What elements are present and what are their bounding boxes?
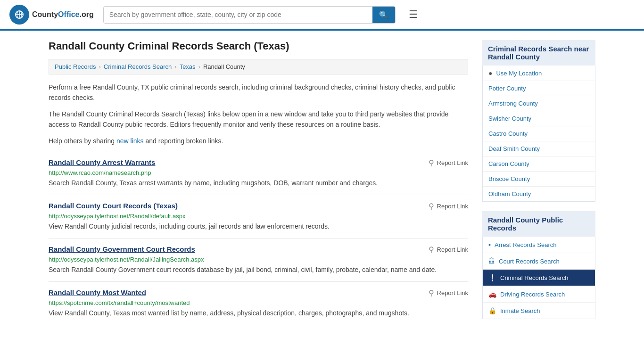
nearby-link-1[interactable]: Potter County [483, 81, 595, 96]
breadcrumb: Public Records › Criminal Records Search… [49, 59, 468, 74]
description-3: Help others by sharing new links and rep… [49, 136, 468, 146]
result-card-2: Randall County Government Court Records … [49, 238, 468, 281]
nearby-link-item-7: Briscoe County [483, 172, 595, 187]
result-title-3[interactable]: Randall County Most Wanted [49, 288, 146, 296]
nearby-links-list: ●Use My LocationPotter CountyArmstrong C… [482, 66, 595, 202]
result-url-2: http://odysseypa.tylerhost.net/Randall/J… [49, 256, 468, 263]
pub-record-item-1: 🏛Court Records Search [483, 253, 595, 270]
breadcrumb-public-records[interactable]: Public Records [55, 63, 96, 70]
search-input[interactable] [104, 7, 372, 22]
nearby-link-5[interactable]: Deaf Smith County [483, 141, 595, 156]
hamburger-menu-button[interactable]: ☰ [405, 7, 422, 23]
result-desc-1: View Randall County judicial records, in… [49, 222, 468, 231]
report-link-button-0[interactable]: ⚲ Report Link [429, 158, 468, 167]
report-link-button-3[interactable]: ⚲ Report Link [429, 288, 468, 297]
report-link-button-1[interactable]: ⚲ Report Link [429, 202, 468, 211]
result-url-1: http://odysseypa.tylerhost.net/Randall/d… [49, 213, 468, 220]
pub-record-link-4[interactable]: 🔒Inmate Search [483, 303, 595, 319]
nearby-section: Criminal Records Search near Randall Cou… [482, 40, 595, 202]
report-label-2: Report Link [437, 246, 468, 253]
description-1: Perform a free Randall County, TX public… [49, 82, 468, 103]
nearby-link-item-8: Oldham County [483, 187, 595, 201]
rec-icon-3: 🚗 [488, 290, 496, 298]
nearby-link-item-2: Armstrong County [483, 96, 595, 111]
report-label-1: Report Link [437, 203, 468, 210]
result-title-1[interactable]: Randall County Court Records (Texas) [49, 202, 178, 210]
breadcrumb-sep-3: › [198, 63, 200, 70]
nearby-link-8[interactable]: Oldham County [483, 187, 595, 201]
pub-record-item-4: 🔒Inmate Search [483, 303, 595, 319]
breadcrumb-criminal-records-search[interactable]: Criminal Records Search [104, 63, 172, 70]
breadcrumb-sep-1: › [99, 63, 100, 70]
report-label-0: Report Link [437, 159, 468, 166]
result-title-0[interactable]: Randall County Arrest Warrants [49, 158, 155, 166]
rec-icon-4: 🔒 [488, 307, 496, 314]
result-desc-3: View Randall County, Texas most wanted l… [49, 308, 468, 318]
nearby-link-item-1: Potter County [483, 81, 595, 96]
public-records-section: Randall County Public Records ▪Arrest Re… [482, 211, 595, 319]
result-desc-0: Search Randall County, Texas arrest warr… [49, 178, 468, 188]
pub-record-link-3[interactable]: 🚗Driving Records Search [483, 286, 595, 302]
logo-icon [9, 5, 29, 25]
result-url-0: http://www.rcao.com/namesearch.php [49, 169, 468, 176]
location-icon: ● [488, 69, 492, 77]
nearby-link-item-6: Carson County [483, 156, 595, 172]
nearby-link-6[interactable]: Carson County [483, 156, 595, 171]
search-bar: 🔍 [103, 6, 396, 24]
result-card-1: Randall County Court Records (Texas) ⚲ R… [49, 195, 468, 238]
content-area: Randall County Criminal Records Search (… [49, 40, 468, 329]
nearby-link-3[interactable]: Swisher County [483, 111, 595, 126]
pub-record-item-3: 🚗Driving Records Search [483, 286, 595, 303]
sidebar: Criminal Records Search near Randall Cou… [482, 40, 595, 329]
breadcrumb-texas[interactable]: Texas [180, 63, 196, 70]
rec-icon-0: ▪ [488, 241, 491, 248]
pub-record-link-1[interactable]: 🏛Court Records Search [483, 253, 595, 269]
nearby-link-item-3: Swisher County [483, 111, 595, 126]
site-header: CountyOffice.org 🔍 ☰ [0, 0, 644, 31]
results-list: Randall County Arrest Warrants ⚲ Report … [49, 152, 468, 325]
result-desc-2: Search Randall County Government court r… [49, 265, 468, 275]
report-icon-2: ⚲ [429, 245, 434, 254]
description-2: The Randall County Criminal Records Sear… [49, 109, 468, 130]
result-card-3: Randall County Most Wanted ⚲ Report Link… [49, 281, 468, 325]
breadcrumb-sep-2: › [174, 63, 176, 70]
rec-icon-1: 🏛 [488, 257, 495, 265]
nearby-link-0[interactable]: ●Use My Location [483, 66, 595, 81]
report-icon-0: ⚲ [429, 158, 434, 167]
result-url-3: https://spotcrime.com/tx/randall+county/… [49, 299, 468, 306]
nearby-link-4[interactable]: Castro County [483, 126, 595, 141]
result-title-2[interactable]: Randall County Government Court Records [49, 245, 195, 253]
report-icon-1: ⚲ [429, 202, 434, 211]
report-link-button-2[interactable]: ⚲ Report Link [429, 245, 468, 254]
pub-record-item-2: ❕Criminal Records Search [483, 270, 595, 286]
rec-icon-2: ❕ [488, 274, 496, 281]
pub-record-link-2[interactable]: ❕Criminal Records Search [483, 270, 595, 286]
result-card-0: Randall County Arrest Warrants ⚲ Report … [49, 152, 468, 195]
public-records-section-title: Randall County Public Records [482, 211, 595, 237]
pub-record-item-0: ▪Arrest Records Search [483, 237, 595, 253]
report-icon-3: ⚲ [429, 288, 434, 297]
new-links-link[interactable]: new links [116, 137, 144, 145]
nearby-link-item-4: Castro County [483, 126, 595, 141]
nearby-link-item-5: Deaf Smith County [483, 141, 595, 156]
logo-link[interactable]: CountyOffice.org [9, 5, 94, 25]
description-3-post: and reporting broken links. [144, 137, 223, 145]
page-title: Randall County Criminal Records Search (… [49, 40, 468, 52]
breadcrumb-current: Randall County [203, 63, 245, 70]
report-label-3: Report Link [437, 289, 468, 296]
nearby-section-title: Criminal Records Search near Randall Cou… [482, 40, 595, 66]
pub-record-link-0[interactable]: ▪Arrest Records Search [483, 237, 595, 253]
nearby-link-7[interactable]: Briscoe County [483, 172, 595, 186]
description-3-pre: Help others by sharing [49, 137, 116, 145]
nearby-link-item-0: ●Use My Location [483, 66, 595, 81]
public-records-links-list: ▪Arrest Records Search🏛Court Records Sea… [482, 237, 595, 319]
main-container: Randall County Criminal Records Search (… [39, 31, 605, 338]
search-button[interactable]: 🔍 [372, 7, 395, 23]
nearby-link-2[interactable]: Armstrong County [483, 96, 595, 111]
logo-text: CountyOffice.org [32, 10, 94, 19]
